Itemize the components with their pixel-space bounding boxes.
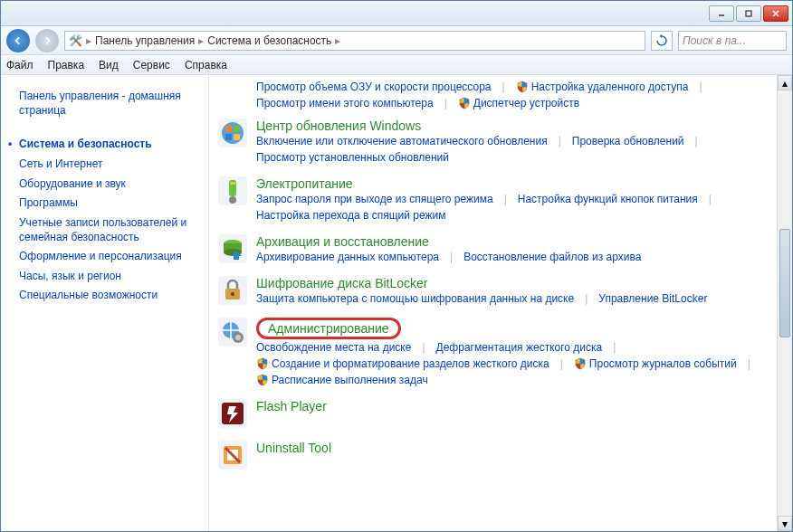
sidebar-item-network[interactable]: Сеть и Интернет (19, 157, 201, 172)
svg-rect-7 (225, 134, 232, 140)
svg-point-16 (231, 292, 234, 296)
top-links: Просмотр объема ОЗУ и скорости процессор… (256, 81, 783, 109)
sublink-label: Настройка удаленного доступа (531, 81, 689, 93)
shield-icon (516, 81, 529, 93)
sidebar-item-appearance[interactable]: Оформление и персонализация (19, 250, 201, 264)
sublink[interactable]: Создание и форматирование разделов жестк… (256, 357, 549, 370)
address-bar[interactable]: 🛠️ ▸ Панель управления ▸ Система и безоп… (64, 31, 645, 51)
section-body: Uninstall Tool (256, 441, 783, 470)
sublink[interactable]: Проверка обновлений (572, 135, 684, 147)
control-panel-icon: 🛠️ (69, 34, 82, 47)
sublink[interactable]: Просмотр имени этого компьютера (256, 97, 434, 109)
sidebar-item-hardware[interactable]: Оборудование и звук (19, 177, 201, 192)
sublink[interactable]: Дефрагментация жесткого диска (436, 341, 603, 354)
close-button[interactable] (763, 5, 788, 22)
sidebar-item-accessibility[interactable]: Специальные возможности (19, 289, 201, 303)
content-pane: Просмотр объема ОЗУ и скорости процессор… (209, 75, 792, 531)
nav-forward-button[interactable] (35, 29, 59, 52)
separator: | (695, 135, 698, 147)
shield-icon (256, 374, 269, 386)
control-panel-window: 🛠️ ▸ Панель управления ▸ Система и безоп… (0, 0, 793, 532)
sublink[interactable]: Запрос пароля при выходе из спящего режи… (256, 193, 493, 205)
menu-view[interactable]: Вид (99, 59, 119, 71)
sublink[interactable]: Диспетчер устройств (458, 97, 579, 109)
backup-icon (218, 234, 247, 263)
sidebar-item-system-security[interactable]: Система и безопасность (19, 138, 201, 150)
sidebar-home[interactable]: Панель управления - домашняя страница (19, 90, 201, 118)
sublink[interactable]: Просмотр журналов событий (574, 357, 737, 370)
menu-service[interactable]: Сервис (133, 59, 170, 71)
sublink-label: Просмотр имени этого компьютера (256, 97, 434, 109)
sublink[interactable]: Включение или отключение автоматического… (256, 135, 548, 147)
vertical-scrollbar[interactable]: ▴ ▾ (777, 75, 792, 531)
sublink-label: Диспетчер устройств (473, 97, 579, 109)
section-title[interactable]: Uninstall Tool (256, 441, 331, 455)
section-title[interactable]: Шифрование диска BitLocker (256, 276, 428, 290)
menu-edit[interactable]: Правка (48, 59, 85, 71)
maximize-button[interactable] (736, 5, 761, 22)
sublink[interactable]: Архивирование данных компьютера (256, 251, 439, 263)
sublink[interactable]: Освобождение места на диске (256, 341, 411, 354)
search-placeholder: Поиск в па... (683, 34, 746, 47)
section-body: Шифрование диска BitLockerЗащита компьют… (256, 276, 783, 305)
titlebar (1, 1, 792, 26)
separator: | (700, 81, 702, 93)
shield-icon (458, 97, 471, 109)
section: Uninstall Tool (218, 441, 783, 470)
menu-help[interactable]: Справка (185, 59, 227, 71)
svg-rect-1 (746, 11, 751, 16)
section-title[interactable]: Центр обновления Windows (256, 119, 421, 133)
section: Центр обновления WindowsВключение или от… (218, 119, 783, 164)
flash-icon (218, 399, 247, 428)
uninstall-icon (218, 441, 247, 470)
minimize-button[interactable] (709, 5, 734, 22)
sidebar-item-programs[interactable]: Программы (19, 196, 201, 211)
section-body: Центр обновления WindowsВключение или от… (256, 119, 783, 164)
sublink[interactable]: Восстановление файлов из архива (463, 251, 641, 263)
breadcrumb-root[interactable]: Панель управления (95, 34, 195, 47)
scroll-thumb[interactable] (779, 229, 790, 337)
separator: | (444, 97, 447, 109)
shield-icon (256, 357, 269, 370)
sidebar-item-users[interactable]: Учетные записи пользователей и семейная … (19, 216, 201, 244)
separator: | (613, 341, 616, 354)
menubar: Файл Правка Вид Сервис Справка (1, 55, 792, 75)
admin-icon (218, 318, 247, 347)
sublink-label: Освобождение места на диске (256, 341, 411, 354)
sublink-label: Архивирование данных компьютера (256, 251, 439, 263)
separator: | (560, 357, 563, 370)
section: Архивация и восстановлениеАрхивирование … (218, 234, 783, 263)
sublink[interactable]: Настройка перехода в спящий режим (256, 209, 445, 222)
section-title[interactable]: Flash Player (256, 399, 327, 413)
bitlocker-icon (218, 276, 247, 305)
separator: | (585, 292, 588, 305)
sublink[interactable]: Просмотр объема ОЗУ и скорости процессор… (256, 81, 492, 93)
sublink[interactable]: Управление BitLocker (598, 292, 707, 305)
menu-file[interactable]: Файл (6, 59, 33, 71)
refresh-button[interactable] (651, 31, 673, 51)
sublink-label: Проверка обновлений (572, 135, 684, 147)
section-title[interactable]: Администрирование (256, 318, 401, 339)
separator: | (748, 357, 750, 370)
search-input[interactable]: Поиск в па... (678, 31, 787, 51)
svg-rect-6 (234, 126, 240, 132)
sublink[interactable]: Настройка функций кнопок питания (518, 193, 698, 205)
sublink[interactable]: Расписание выполнения задач (256, 374, 428, 386)
sublink-label: Расписание выполнения задач (272, 374, 428, 386)
scroll-up-arrow[interactable]: ▴ (778, 75, 792, 90)
section-title[interactable]: Архивация и восстановление (256, 234, 429, 249)
chevron-right-icon: ▸ (86, 34, 91, 47)
sidebar-item-clock[interactable]: Часы, язык и регион (19, 270, 201, 284)
section-title[interactable]: Электропитание (256, 176, 353, 191)
sublink[interactable]: Просмотр установленных обновлений (256, 151, 449, 164)
sublink[interactable]: Защита компьютера с помощью шифрования д… (256, 292, 574, 305)
nav-back-button[interactable] (6, 29, 30, 52)
sublink[interactable]: Настройка удаленного доступа (516, 81, 689, 93)
sublink-label: Настройка перехода в спящий режим (256, 209, 445, 222)
shield-icon (574, 357, 587, 370)
breadcrumb-current[interactable]: Система и безопасность (207, 34, 331, 47)
scroll-down-arrow[interactable]: ▾ (778, 516, 792, 531)
section-sublinks: Защита компьютера с помощью шифрования д… (256, 292, 783, 305)
sublink-label: Просмотр установленных обновлений (256, 151, 449, 164)
sidebar: Панель управления - домашняя страница Си… (1, 75, 209, 531)
